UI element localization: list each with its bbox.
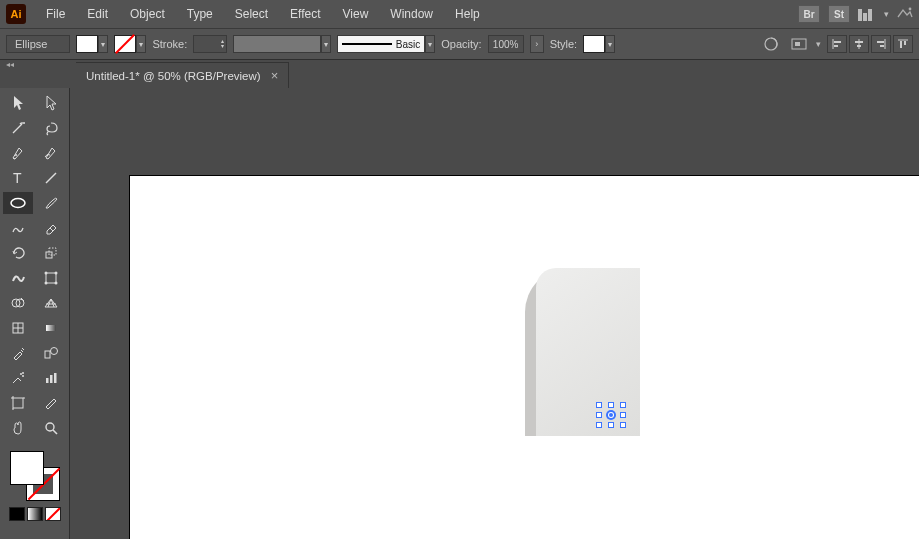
bbox-handle-mid-left[interactable] [596,412,602,418]
canvas-area[interactable] [70,88,919,539]
collapse-panels-icon[interactable]: ◂◂ [0,60,20,74]
fill-swatch[interactable] [76,35,98,53]
align-center-h-button[interactable] [849,35,869,53]
menu-view[interactable]: View [333,3,379,25]
opacity-label: Opacity: [441,38,481,50]
color-mode-none[interactable] [45,507,61,521]
paintbrush-tool[interactable] [36,192,66,214]
menu-file[interactable]: File [36,3,75,25]
align-left-button[interactable] [827,35,847,53]
svg-rect-40 [50,375,53,383]
selected-ellipse[interactable] [597,403,625,427]
align-right-button[interactable] [871,35,891,53]
fill-dropdown[interactable]: ▾ [98,35,108,53]
stroke-swatch[interactable] [114,35,136,53]
stroke-weight-input[interactable]: ▴▾ [193,35,227,53]
align-top-button[interactable] [893,35,913,53]
fill-stroke-indicator[interactable] [8,449,62,503]
bbox-handle-top-right[interactable] [620,402,626,408]
menu-help[interactable]: Help [445,3,490,25]
svg-rect-39 [46,378,49,383]
svg-rect-33 [46,325,56,331]
ellipse-tool[interactable] [3,192,33,214]
variable-width-dropdown[interactable]: ▾ [321,35,331,53]
menu-window[interactable]: Window [380,3,443,25]
bbox-handle-mid-right[interactable] [620,412,626,418]
zoom-tool[interactable] [36,417,66,439]
arrange-documents-icon[interactable] [858,7,876,21]
document-tab[interactable]: Untitled-1* @ 50% (RGB/Preview) × [76,62,289,88]
curvature-tool[interactable] [36,142,66,164]
artboard-tool[interactable] [3,392,33,414]
bbox-handle-top-mid[interactable] [608,402,614,408]
width-tool[interactable] [3,267,33,289]
bbox-handle-bottom-right[interactable] [620,422,626,428]
slice-tool[interactable] [36,392,66,414]
app-logo: Ai [6,4,26,24]
bridge-button[interactable]: Br [798,5,820,23]
svg-rect-34 [45,351,50,358]
type-tool[interactable]: T [3,167,33,189]
ellipse-object[interactable] [606,410,616,420]
application-menu-bar: Ai File Edit Object Type Select Effect V… [0,0,919,28]
color-mode-solid[interactable] [9,507,25,521]
bbox-handle-bottom-mid[interactable] [608,422,614,428]
stroke-dropdown[interactable]: ▾ [136,35,146,53]
graphic-style-dropdown[interactable]: ▾ [605,35,615,53]
svg-point-26 [45,282,48,285]
menu-effect[interactable]: Effect [280,3,330,25]
menu-type[interactable]: Type [177,3,223,25]
brush-definition[interactable]: Basic [337,35,425,53]
tools-panel: T [0,88,70,539]
shaper-tool[interactable] [3,217,33,239]
variable-width-profile[interactable] [233,35,321,53]
opacity-menu[interactable]: › [530,35,544,53]
chevron-down-icon[interactable]: ▾ [884,9,889,19]
close-tab-icon[interactable]: × [271,68,279,83]
color-mode-gradient[interactable] [27,507,43,521]
graphic-style-swatch[interactable] [583,35,605,53]
search-adobe-stock-icon[interactable] [897,6,913,23]
selection-tool[interactable] [3,92,33,114]
svg-rect-8 [855,41,863,43]
opacity-value[interactable]: 100% [488,35,524,53]
column-graph-tool[interactable] [36,367,66,389]
bbox-handle-top-left[interactable] [596,402,602,408]
mesh-tool[interactable] [3,317,33,339]
rotate-tool[interactable] [3,242,33,264]
perspective-grid-tool[interactable] [36,292,66,314]
chevron-down-icon[interactable]: ▾ [816,39,821,49]
hand-tool[interactable] [3,417,33,439]
menu-object[interactable]: Object [120,3,175,25]
direct-selection-tool[interactable] [36,92,66,114]
align-buttons [827,35,913,53]
line-segment-tool[interactable] [36,167,66,189]
blend-tool[interactable] [36,342,66,364]
shape-builder-tool[interactable] [3,292,33,314]
gradient-tool[interactable] [36,317,66,339]
svg-point-27 [55,282,58,285]
lasso-tool[interactable] [36,117,66,139]
pen-tool[interactable] [3,142,33,164]
stock-button[interactable]: St [828,5,850,23]
magic-wand-tool[interactable] [3,117,33,139]
menu-edit[interactable]: Edit [77,3,118,25]
svg-rect-41 [54,373,57,383]
svg-line-18 [46,173,56,183]
active-tool-label[interactable]: Ellipse [6,35,70,53]
svg-text:T: T [13,170,22,186]
symbol-sprayer-tool[interactable] [3,367,33,389]
free-transform-tool[interactable] [36,267,66,289]
artboard[interactable] [130,176,919,539]
bbox-handle-bottom-left[interactable] [596,422,602,428]
align-panel-icon[interactable] [788,34,810,54]
fill-color-box[interactable] [10,451,44,485]
svg-rect-9 [857,45,861,47]
svg-rect-3 [795,42,800,46]
scale-tool[interactable] [36,242,66,264]
brush-dropdown[interactable]: ▾ [425,35,435,53]
recolor-artwork-icon[interactable] [760,34,782,54]
eraser-tool[interactable] [36,217,66,239]
eyedropper-tool[interactable] [3,342,33,364]
menu-select[interactable]: Select [225,3,278,25]
